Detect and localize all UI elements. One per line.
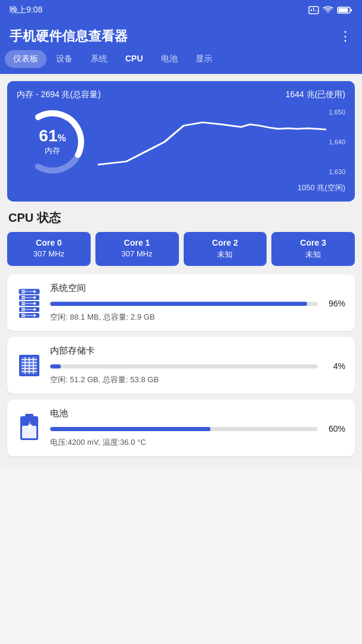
storage-system-bar-bg [50, 302, 318, 306]
storage-system-bar-fill [50, 302, 307, 306]
cpu-cores: Core 0 307 MHz Core 1 307 MHz Core 2 未知 … [7, 232, 355, 266]
battery-status-icon [337, 6, 352, 14]
battery-percent: 60% [324, 424, 345, 434]
sd-icon [17, 350, 42, 381]
gauge-svg [4, 93, 101, 191]
memory-card: 内存 - 2694 兆(总容量) 1644 兆(已使用) 61% 内存 [7, 81, 355, 202]
core-3-name: Core 3 [275, 238, 351, 247]
storage-internal-detail: 空闲: 51.2 GB, 总容量: 53.8 GB [50, 374, 345, 385]
menu-button[interactable]: ⋮ [339, 29, 352, 44]
svg-rect-24 [33, 302, 36, 305]
battery-icon [17, 411, 42, 445]
storage-internal-bar-fill [50, 364, 61, 369]
svg-rect-46 [25, 414, 33, 417]
svg-rect-14 [33, 290, 36, 293]
app-title: 手机硬件信息查看器 [10, 27, 128, 45]
storage-internal-bar-row: 4% [50, 361, 345, 371]
svg-rect-47 [22, 426, 36, 438]
battery-card: 电池 60% 电压:4200 mV, 温度:36.0 °C [7, 400, 355, 456]
battery-bar-fill [50, 427, 211, 431]
core-3-button[interactable]: Core 3 未知 [271, 232, 355, 266]
storage-system-name: 系统空间 [50, 283, 345, 294]
core-1-button[interactable]: Core 1 307 MHz [95, 232, 179, 266]
tab-battery[interactable]: 电池 [153, 50, 186, 68]
chart-y-labels: 1,650 1,640 1,630 [329, 106, 345, 178]
tab-dashboard[interactable]: 仪表板 [5, 50, 47, 68]
tab-display[interactable]: 显示 [187, 50, 221, 68]
memory-body: 61% 内存 1,650 1,640 1,630 [17, 106, 345, 178]
core-1-freq: 307 MHz [99, 249, 175, 258]
cpu-section-title: CPU 状态 [8, 210, 355, 226]
battery-info: 电池 60% 电压:4200 mV, 温度:36.0 °C [50, 408, 345, 448]
memory-footer: 1050 兆(空闲) [17, 182, 345, 193]
core-2-name: Core 2 [187, 238, 264, 247]
core-1-name: Core 1 [99, 238, 175, 247]
memory-chart-svg [98, 106, 326, 178]
storage-internal-percent: 4% [324, 361, 345, 371]
status-time: 晚上9:08 [10, 5, 42, 16]
svg-rect-19 [33, 296, 36, 299]
status-bar: 晚上9:08 [0, 0, 362, 20]
storage-internal-bar-bg [50, 364, 318, 369]
core-0-freq: 307 MHz [11, 249, 87, 258]
storage-internal-name: 内部存储卡 [50, 345, 345, 357]
battery-bar-row: 60% [50, 424, 345, 434]
core-0-name: Core 0 [11, 238, 87, 247]
main-content: 内存 - 2694 兆(总容量) 1644 兆(已使用) 61% 内存 [0, 74, 362, 469]
app-header: 手机硬件信息查看器 ⋮ [0, 20, 362, 50]
memory-used-label: 1644 兆(已使用) [286, 89, 345, 100]
wifi-icon [323, 6, 333, 14]
tab-system[interactable]: 系统 [82, 50, 116, 68]
memory-chart-area: 1,650 1,640 1,630 [98, 106, 345, 178]
storage-system-bar-row: 96% [50, 299, 345, 308]
status-icons [308, 6, 352, 14]
storage-system-card: 系统空间 96% 空闲: 88.1 MB, 总容量: 2.9 GB [7, 274, 355, 331]
svg-rect-5 [351, 9, 352, 11]
core-0-button[interactable]: Core 0 307 MHz [7, 232, 91, 266]
battery-detail: 电压:4200 mV, 温度:36.0 °C [50, 437, 345, 448]
storage-internal-info: 内部存储卡 4% 空闲: 51.2 GB, 总容量: 53.8 GB [50, 345, 345, 385]
hdd-icon [17, 287, 42, 318]
core-2-freq: 未知 [187, 249, 264, 260]
y-label-bot: 1,630 [329, 168, 345, 175]
core-3-freq: 未知 [275, 249, 351, 260]
tab-bar: 仪表板 设备 系统 CPU 电池 显示 [0, 50, 362, 74]
y-label-top: 1,650 [329, 109, 345, 116]
svg-rect-29 [33, 308, 36, 311]
storage-internal-card: 内部存储卡 4% 空闲: 51.2 GB, 总容量: 53.8 GB [7, 337, 355, 394]
sim-icon [308, 6, 319, 14]
battery-bar-bg [50, 427, 318, 431]
storage-system-info: 系统空间 96% 空闲: 88.1 MB, 总容量: 2.9 GB [50, 283, 345, 323]
y-label-mid: 1,640 [329, 138, 345, 145]
storage-system-percent: 96% [324, 299, 345, 308]
memory-gauge: 61% 内存 [17, 106, 88, 178]
storage-system-detail: 空闲: 88.1 MB, 总容量: 2.9 GB [50, 312, 345, 323]
core-2-button[interactable]: Core 2 未知 [184, 232, 267, 266]
svg-rect-6 [339, 8, 348, 13]
tab-device[interactable]: 设备 [48, 50, 81, 68]
svg-rect-34 [33, 314, 36, 317]
tab-cpu[interactable]: CPU [117, 50, 151, 68]
battery-name: 电池 [50, 408, 345, 419]
